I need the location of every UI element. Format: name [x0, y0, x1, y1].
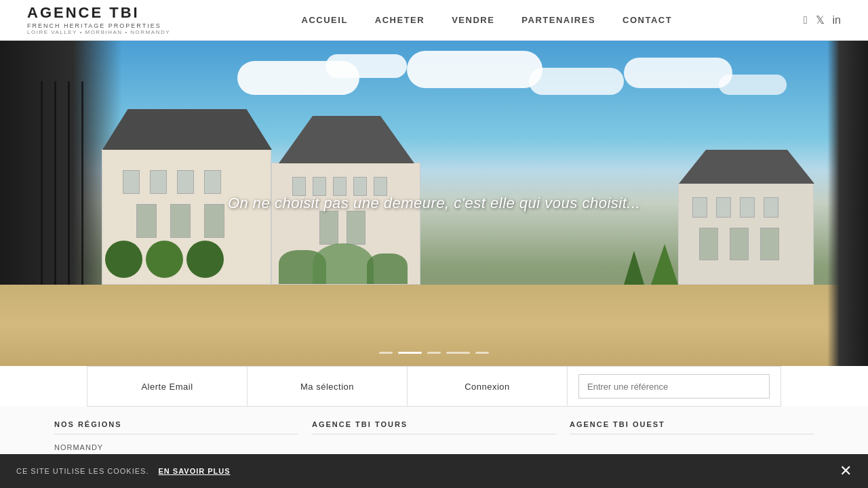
logo[interactable]: AGENCE TBI FRENCH HERITAGE PROPERTIES LO… — [27, 4, 170, 36]
action-bar: Alerte Email Ma sélection Connexion — [87, 366, 781, 407]
dot-3[interactable] — [427, 352, 441, 354]
cookie-close-button[interactable]: ✕ — [840, 464, 852, 479]
gate-bars — [41, 81, 95, 285]
facebook-icon[interactable]:  — [804, 14, 808, 26]
bottom-col-ouest-title: AGENCE TBI OUEST — [570, 420, 814, 434]
hero-section: On ne choisit pas une demeure, c'est ell… — [0, 41, 868, 366]
search-area — [568, 374, 781, 399]
hero-right-facade — [827, 41, 868, 366]
ma-selection-button[interactable]: Ma sélection — [248, 367, 408, 406]
bottom-col-regions-title: NOS RÉGIONS — [54, 420, 298, 434]
dot-4[interactable] — [446, 352, 470, 354]
connexion-button[interactable]: Connexion — [408, 367, 568, 406]
logo-tagline-text: LOIRE VALLEY • MORBIHAN • NORMANDY — [27, 29, 170, 36]
hero-background: On ne choisit pas une demeure, c'est ell… — [0, 41, 868, 366]
hero-quote: On ne choisit pas une demeure, c'est ell… — [228, 195, 640, 212]
header: AGENCE TBI FRENCH HERITAGE PROPERTIES LO… — [0, 0, 868, 41]
cookie-left: CE SITE UTILISE LES COOKIES. EN SAVOIR P… — [16, 467, 231, 475]
alerte-email-button[interactable]: Alerte Email — [87, 367, 248, 406]
building-right — [678, 183, 814, 285]
twitter-icon[interactable]: 𝕏 — [816, 14, 825, 26]
bottom-col-regions-item-0[interactable]: NORMANDY — [54, 441, 298, 455]
dot-1[interactable] — [379, 352, 393, 354]
logo-sub-text: FRENCH HERITAGE PROPERTIES — [27, 22, 170, 30]
nav-item-partenaires[interactable]: PARTENAIRES — [521, 15, 595, 25]
hero-buildings — [102, 190, 814, 366]
nav-item-contact[interactable]: CONTACT — [623, 15, 672, 25]
cookie-learn-more-link[interactable]: EN SAVOIR PLUS — [159, 467, 231, 475]
logo-main-text: AGENCE TBI — [27, 4, 170, 22]
cookie-text: CE SITE UTILISE LES COOKIES. — [16, 467, 149, 475]
nav-item-accueil[interactable]: ACCUEIL — [302, 15, 348, 25]
dot-5[interactable] — [475, 352, 489, 354]
main-nav: ACCUEIL ACHETER VENDRE PARTENAIRES CONTA… — [302, 15, 673, 25]
search-input[interactable] — [578, 374, 770, 399]
nav-item-acheter[interactable]: ACHETER — [375, 15, 425, 25]
social-icons:  𝕏 in — [804, 14, 841, 26]
dot-2[interactable] — [398, 352, 422, 354]
nav-item-vendre[interactable]: VENDRE — [452, 15, 494, 25]
linkedin-icon[interactable]: in — [833, 14, 841, 26]
slider-dots[interactable] — [379, 352, 489, 354]
cookie-banner: CE SITE UTILISE LES COOKIES. EN SAVOIR P… — [0, 454, 868, 488]
bottom-col-tours-title: AGENCE TBI TOURS — [312, 420, 556, 434]
building-main — [271, 163, 420, 285]
